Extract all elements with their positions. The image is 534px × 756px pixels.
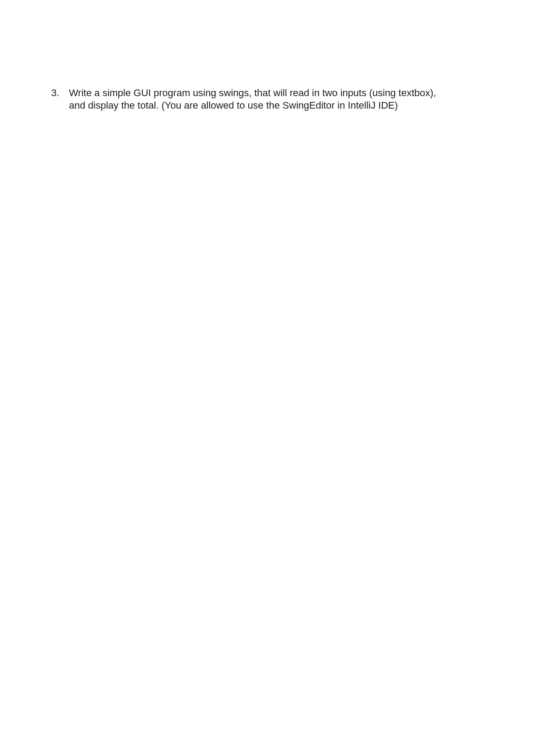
list-item: 3. Write a simple GUI program using swin… xyxy=(51,87,483,112)
document-page: 3. Write a simple GUI program using swin… xyxy=(0,0,534,112)
list-item-marker: 3. xyxy=(51,87,69,99)
list-item-text: Write a simple GUI program using swings,… xyxy=(69,87,438,112)
